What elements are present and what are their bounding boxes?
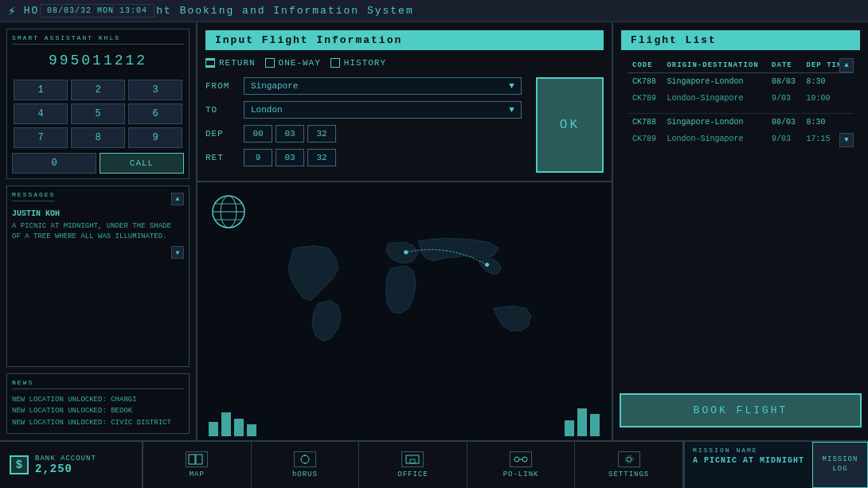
dep-day-input[interactable] bbox=[244, 125, 272, 142]
bar-1 bbox=[209, 422, 218, 436]
ret-label: RET bbox=[205, 153, 237, 162]
svg-point-5 bbox=[485, 263, 489, 267]
form-and-ok: FROM Singapore ▼ TO London ▼ bbox=[205, 77, 604, 173]
keypad-bottom-row: 0 CALL bbox=[12, 153, 184, 174]
table-row[interactable]: CK788 Singapore-London 08/03 8:30 bbox=[628, 73, 854, 91]
mission-panel: MISSION NAME A PICNIC AT MIDNIGHT bbox=[683, 442, 812, 488]
from-label: FROM bbox=[205, 81, 237, 91]
nav-map[interactable]: MAP bbox=[143, 442, 252, 488]
form-fields: FROM Singapore ▼ TO London ▼ bbox=[205, 77, 522, 173]
center-panel: Input Flight Information RETURN ONE-WAY bbox=[197, 22, 613, 440]
cell-date: 08/03 bbox=[767, 73, 801, 91]
col-code: CODE bbox=[628, 58, 662, 73]
key-8[interactable]: 8 bbox=[71, 127, 125, 148]
cell-date: 9/03 bbox=[767, 131, 801, 147]
key-6[interactable]: 6 bbox=[128, 103, 182, 124]
dep-date-inputs bbox=[244, 125, 336, 142]
key-4[interactable]: 4 bbox=[14, 103, 68, 124]
radio-return[interactable]: RETURN bbox=[205, 58, 256, 68]
key-2[interactable]: 2 bbox=[71, 80, 125, 100]
dep-month-input[interactable] bbox=[276, 125, 304, 142]
message-sender: JUSTIN KOH bbox=[12, 209, 184, 218]
dep-row: DEP bbox=[205, 125, 522, 142]
news-item-1: NEW LOCATION UNLOCKED: CHANGI bbox=[12, 394, 184, 405]
key-1[interactable]: 1 bbox=[14, 80, 68, 100]
key-9[interactable]: 9 bbox=[128, 127, 182, 148]
messages-scroll-up[interactable]: ▲ bbox=[171, 193, 184, 205]
cell-code: CK789 bbox=[628, 90, 662, 107]
polink-nav-icon bbox=[510, 451, 532, 467]
radio-history[interactable]: HISTORY bbox=[330, 58, 386, 68]
left-panel: SMART ASSISTANT KHLS 995011212 1 2 3 4 5… bbox=[0, 22, 197, 440]
flight-input-header: Input Flight Information bbox=[205, 30, 604, 50]
table-row[interactable]: CK789 London-Singapore 9/03 10:00 bbox=[628, 90, 854, 107]
bar-chart-left bbox=[209, 396, 256, 436]
radio-oneway[interactable]: ONE-WAY bbox=[265, 58, 321, 68]
radio-return-box[interactable] bbox=[205, 58, 215, 68]
nav-polink-label: PO-LINK bbox=[503, 470, 539, 478]
table-row[interactable]: CK788 Singapore-London 08/03 8:30 bbox=[628, 114, 854, 131]
radio-history-label: HISTORY bbox=[344, 58, 386, 68]
flight-list-header: Flight List bbox=[621, 30, 860, 50]
key-0[interactable]: 0 bbox=[12, 153, 96, 174]
ret-year-input[interactable] bbox=[307, 149, 336, 166]
bank-info: BANK ACCOUNT 2,250 bbox=[35, 455, 96, 475]
cell-route: Singapore-London bbox=[662, 114, 767, 131]
globe-icon bbox=[209, 192, 248, 232]
dep-year-input[interactable] bbox=[307, 125, 336, 142]
bar-r2 bbox=[577, 408, 587, 436]
radio-oneway-label: ONE-WAY bbox=[279, 58, 321, 68]
bar-r1 bbox=[565, 420, 574, 436]
col-date: DATE bbox=[767, 58, 801, 73]
cell-route: Singapore-London bbox=[662, 73, 767, 91]
news-item-3: NEW LOCATION UNLOCKED: CIVIC DISTRICT bbox=[12, 417, 184, 428]
ret-month-input[interactable] bbox=[276, 149, 304, 166]
nav-polink[interactable]: PO-LINK bbox=[467, 442, 576, 488]
to-dropdown-icon: ▼ bbox=[509, 105, 514, 115]
office-nav-icon bbox=[401, 451, 424, 467]
nav-office[interactable]: OFFICE bbox=[359, 442, 467, 488]
flight-scroll-down[interactable]: ▼ bbox=[839, 133, 854, 147]
radio-return-label: RETURN bbox=[219, 58, 256, 68]
bar-3 bbox=[234, 419, 244, 436]
map-section bbox=[197, 182, 612, 440]
dollar-icon: $ bbox=[10, 455, 29, 474]
bar-r3 bbox=[590, 414, 600, 436]
smart-assistant-label: SMART ASSISTANT KHLS bbox=[12, 34, 184, 45]
flight-list-wrapper: ▲ CODE ORIGIN-DESTINATION DATE DEP TIME bbox=[621, 58, 860, 147]
bar-2 bbox=[221, 412, 231, 436]
messages-scroll-down[interactable]: ▼ bbox=[171, 246, 184, 259]
flight-input-section: Input Flight Information RETURN ONE-WAY bbox=[197, 22, 612, 182]
to-select[interactable]: London ▼ bbox=[244, 101, 522, 119]
key-7[interactable]: 7 bbox=[14, 127, 68, 148]
radio-row: RETURN ONE-WAY HISTORY bbox=[205, 58, 604, 68]
screen: 08/03/32 MON 13:04 ⚡ HORUS 2.0 || Flight… bbox=[0, 0, 868, 488]
book-flight-button[interactable]: BOOK FLIGHT bbox=[620, 393, 862, 427]
main-content: SMART ASSISTANT KHLS 995011212 1 2 3 4 5… bbox=[0, 22, 868, 440]
radio-oneway-box[interactable] bbox=[265, 58, 275, 68]
cell-route: London-Singapore bbox=[662, 131, 767, 147]
from-select[interactable]: Singapore ▼ bbox=[244, 77, 522, 95]
cell-code: CK788 bbox=[628, 114, 662, 131]
svg-point-15 bbox=[522, 457, 527, 462]
call-button[interactable]: CALL bbox=[100, 153, 184, 174]
mission-log-button[interactable]: MISSIONLOG bbox=[812, 442, 868, 488]
nav-settings[interactable]: SETTINGS bbox=[575, 442, 683, 488]
key-5[interactable]: 5 bbox=[71, 103, 125, 124]
svg-point-9 bbox=[301, 455, 309, 463]
news-label: NEWS bbox=[12, 379, 184, 389]
table-row[interactable]: CK789 London-Singapore 9/03 17:15 bbox=[628, 131, 854, 147]
ok-button[interactable]: OK bbox=[536, 77, 604, 173]
bar-chart-right bbox=[565, 396, 600, 436]
key-3[interactable]: 3 bbox=[128, 80, 182, 100]
ret-day-input[interactable] bbox=[244, 149, 272, 166]
bank-amount: 2,250 bbox=[35, 463, 96, 475]
svg-point-17 bbox=[627, 457, 631, 462]
nav-horus[interactable]: hORUS bbox=[252, 442, 360, 488]
messages-label: MESSAGES bbox=[12, 191, 55, 201]
nav-settings-label: SETTINGS bbox=[608, 470, 649, 478]
radio-history-box[interactable] bbox=[330, 58, 340, 68]
message-text: A PICNIC AT MIDNIGHT, UNDER THE SHADE OF… bbox=[12, 221, 184, 241]
flight-scroll-up[interactable]: ▲ bbox=[839, 58, 854, 72]
ret-date-inputs bbox=[244, 149, 336, 166]
